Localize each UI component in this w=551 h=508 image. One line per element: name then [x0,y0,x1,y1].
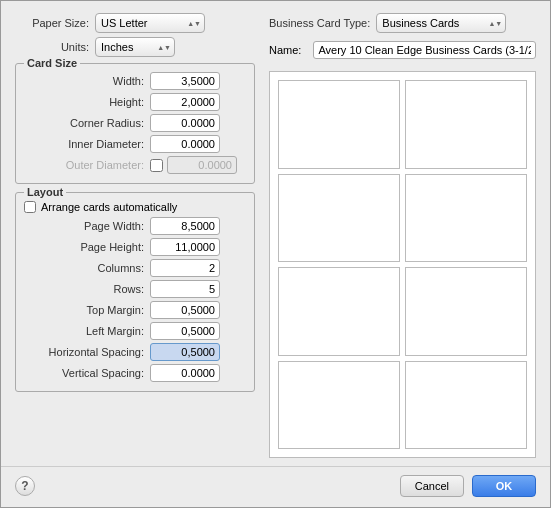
rows-input[interactable] [150,280,220,298]
columns-input[interactable] [150,259,220,277]
card-cell-2 [405,80,527,169]
card-size-title: Card Size [24,57,80,69]
dialog-content: Paper Size: US Letter Units: Inches C [1,1,550,466]
units-label: Units: [15,41,89,53]
outer-diameter-checkbox[interactable] [150,159,163,172]
page-height-input[interactable] [150,238,220,256]
corner-radius-row: Corner Radius: [24,114,246,132]
outer-diameter-row: Outer Diameter: [24,156,246,174]
card-type-select[interactable]: Business Cards [376,13,506,33]
card-cell-5 [278,267,400,356]
horizontal-spacing-input[interactable] [150,343,220,361]
right-panel: Business Card Type: Business Cards Name: [269,13,536,458]
help-button[interactable]: ? [15,476,35,496]
page-height-row: Page Height: [24,238,246,256]
rows-label: Rows: [24,283,144,295]
name-label: Name: [269,44,301,56]
paper-size-row: Paper Size: US Letter [15,13,255,33]
name-row: Name: [269,41,536,59]
units-select[interactable]: Inches [95,37,175,57]
bottom-bar: ? Cancel OK [1,466,550,507]
page-width-label: Page Width: [24,220,144,232]
outer-diameter-label: Outer Diameter: [24,159,144,171]
top-margin-label: Top Margin: [24,304,144,316]
card-cell-4 [405,174,527,263]
units-row: Units: Inches [15,37,255,57]
card-type-select-wrapper: Business Cards [376,13,506,33]
inner-diameter-input[interactable] [150,135,220,153]
card-type-row: Business Card Type: Business Cards [269,13,536,33]
columns-row: Columns: [24,259,246,277]
name-input[interactable] [313,41,536,59]
action-buttons: Cancel OK [400,475,536,497]
outer-diameter-input [167,156,237,174]
width-row: Width: [24,72,246,90]
top-margin-row: Top Margin: [24,301,246,319]
arrange-checkbox[interactable] [24,201,36,213]
arrange-row: Arrange cards automatically [24,201,246,213]
left-margin-label: Left Margin: [24,325,144,337]
left-panel: Paper Size: US Letter Units: Inches C [15,13,255,458]
card-type-label: Business Card Type: [269,17,370,29]
paper-size-select-wrapper: US Letter [95,13,205,33]
vertical-spacing-input[interactable] [150,364,220,382]
card-cell-1 [278,80,400,169]
width-label: Width: [24,75,144,87]
inner-diameter-row: Inner Diameter: [24,135,246,153]
paper-size-select[interactable]: US Letter [95,13,205,33]
top-margin-input[interactable] [150,301,220,319]
layout-title: Layout [24,186,66,198]
horizontal-spacing-row: Horizontal Spacing: [24,343,246,361]
card-preview [269,71,536,458]
cancel-button[interactable]: Cancel [400,475,464,497]
left-margin-input[interactable] [150,322,220,340]
page-height-label: Page Height: [24,241,144,253]
page-width-input[interactable] [150,217,220,235]
card-size-group: Card Size Width: Height: Corner Radius: … [15,63,255,184]
horizontal-spacing-label: Horizontal Spacing: [24,346,144,358]
width-input[interactable] [150,72,220,90]
layout-group: Layout Arrange cards automatically Page … [15,192,255,392]
vertical-spacing-row: Vertical Spacing: [24,364,246,382]
corner-radius-label: Corner Radius: [24,117,144,129]
ok-button[interactable]: OK [472,475,536,497]
units-select-wrapper: Inches [95,37,175,57]
vertical-spacing-label: Vertical Spacing: [24,367,144,379]
card-cell-8 [405,361,527,450]
height-label: Height: [24,96,144,108]
rows-row: Rows: [24,280,246,298]
arrange-label: Arrange cards automatically [41,201,177,213]
card-cell-6 [405,267,527,356]
height-row: Height: [24,93,246,111]
inner-diameter-label: Inner Diameter: [24,138,144,150]
dialog: Paper Size: US Letter Units: Inches C [0,0,551,508]
corner-radius-input[interactable] [150,114,220,132]
columns-label: Columns: [24,262,144,274]
height-input[interactable] [150,93,220,111]
left-margin-row: Left Margin: [24,322,246,340]
card-cell-7 [278,361,400,450]
paper-size-label: Paper Size: [15,17,89,29]
page-width-row: Page Width: [24,217,246,235]
card-cell-3 [278,174,400,263]
